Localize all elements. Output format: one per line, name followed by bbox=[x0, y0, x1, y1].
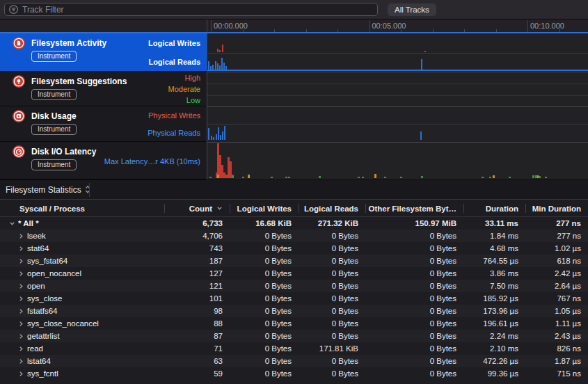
lane-label: Low bbox=[186, 95, 200, 105]
lane-separator bbox=[207, 124, 588, 125]
table-row[interactable]: getattrlist870 Bytes0 Bytes0 Bytes2.24 m… bbox=[0, 330, 588, 342]
syscall-name: sys_close bbox=[27, 294, 63, 303]
ruler-major-tick bbox=[527, 20, 528, 32]
value-cell: 826 ns bbox=[525, 344, 588, 353]
detail-pane-tab-bar[interactable]: Filesystem Statistics bbox=[0, 179, 588, 200]
lane-separator bbox=[207, 72, 588, 72]
value-cell: 0 Bytes bbox=[365, 332, 463, 340]
column-header-min-duration[interactable]: Min Duration bbox=[525, 200, 588, 216]
value-cell: 171.81 KiB bbox=[299, 344, 365, 353]
disclosure-chevron-icon[interactable] bbox=[18, 346, 24, 352]
disclosure-chevron-icon[interactable] bbox=[18, 371, 24, 377]
column-header-syscall-process[interactable]: Syscall / Process bbox=[0, 200, 164, 216]
track-row-filesystem-activity[interactable]: Filesystem ActivityInstrumentLogical Wri… bbox=[0, 33, 207, 72]
syscall-name: open_nocancel bbox=[27, 269, 81, 278]
chart-bar-physical-reads bbox=[211, 136, 212, 140]
track-filter-input[interactable] bbox=[18, 5, 377, 15]
disclosure-chevron-icon[interactable] bbox=[18, 233, 24, 239]
chart-bar-io-latency-low bbox=[545, 177, 547, 178]
chart-bar-io-latency-low bbox=[209, 177, 212, 178]
value-cell: 0 Bytes bbox=[365, 257, 463, 265]
syscall-cell: open bbox=[0, 282, 164, 290]
track-title: Disk Usage bbox=[31, 111, 77, 121]
table-row[interactable]: lseek4,7060 Bytes0 Bytes0 Bytes1.84 ms27… bbox=[0, 230, 588, 242]
track-row-disk-usage[interactable]: Disk UsageInstrumentPhysical WritesPhysi… bbox=[0, 106, 207, 142]
timeline-graph-area[interactable] bbox=[207, 33, 588, 179]
table-row[interactable]: lstat64630 Bytes0 Bytes0 Bytes472.26 µs1… bbox=[0, 355, 588, 367]
chart-bar-logical-reads bbox=[215, 61, 216, 70]
value-cell: 0 Bytes bbox=[230, 232, 299, 240]
timeline-ruler[interactable]: 00:00.00000:05.00000:10.000 bbox=[0, 19, 588, 33]
track-title: Filesystem Suggestions bbox=[31, 77, 127, 86]
column-header-duration[interactable]: Duration bbox=[463, 200, 525, 216]
value-cell: 0 Bytes bbox=[299, 269, 365, 278]
value-cell: 0 Bytes bbox=[365, 282, 463, 290]
column-header-label: Count bbox=[189, 205, 212, 213]
value-cell: 0 Bytes bbox=[365, 344, 463, 353]
syscall-name: lseek bbox=[27, 232, 46, 240]
value-cell: 277 ns bbox=[525, 219, 588, 227]
value-cell: 0 Bytes bbox=[299, 232, 365, 240]
table-row[interactable]: sys_close_nocancel880 Bytes0 Bytes0 Byte… bbox=[0, 317, 588, 330]
track-row-filesystem-suggestions[interactable]: Filesystem SuggestionsInstrumentHighMode… bbox=[0, 72, 207, 106]
disclosure-chevron-icon[interactable] bbox=[18, 321, 24, 327]
value-cell: 0 Bytes bbox=[365, 232, 463, 240]
instrument-badge: Instrument bbox=[31, 159, 77, 170]
value-cell: 1.84 ms bbox=[463, 232, 525, 240]
column-header-other-filesystem-byt-[interactable]: Other Filesystem Byt… bbox=[365, 200, 463, 216]
value-cell: 0 Bytes bbox=[299, 369, 365, 378]
table-row[interactable]: fstatfs64980 Bytes0 Bytes0 Bytes173.96 µ… bbox=[0, 305, 588, 317]
value-cell: 16.68 KiB bbox=[230, 219, 299, 227]
disclosure-chevron-icon[interactable] bbox=[18, 308, 24, 314]
chart-bar-io-latency-low bbox=[421, 176, 423, 178]
track-filter-field[interactable] bbox=[4, 3, 378, 16]
value-cell: 0 Bytes bbox=[299, 332, 365, 340]
table-row[interactable]: sys_close1010 Bytes0 Bytes0 Bytes185.92 … bbox=[0, 292, 588, 305]
syscall-name: stat64 bbox=[27, 244, 49, 253]
table-row[interactable]: read710 Bytes171.81 KiB0 Bytes2.10 ms826… bbox=[0, 342, 588, 355]
syscall-cell: getattrlist bbox=[0, 332, 164, 340]
value-cell: 0 Bytes bbox=[230, 369, 299, 378]
value-cell: 2.64 µs bbox=[525, 282, 588, 290]
syscall-name: sys_close_nocancel bbox=[27, 319, 99, 328]
track-row-disk-i-o-latency[interactable]: Disk I/O LatencyInstrumentMax Latency…r … bbox=[0, 142, 207, 179]
table-row[interactable]: open1210 Bytes0 Bytes0 Bytes7.50 ms2.64 … bbox=[0, 280, 588, 292]
table-row[interactable]: sys_fstat641870 Bytes0 Bytes0 Bytes764.5… bbox=[0, 255, 588, 267]
chart-bar-io-latency-moderate bbox=[374, 174, 376, 178]
value-cell: 33.11 ms bbox=[463, 219, 525, 227]
disk-icon bbox=[13, 110, 25, 122]
track-title: Filesystem Activity bbox=[31, 38, 106, 48]
disclosure-chevron-icon[interactable] bbox=[18, 246, 24, 252]
instruments-window: All Tracks 00:00.00000:05.00000:10.000 F… bbox=[0, 0, 588, 384]
value-cell: 87 bbox=[164, 332, 230, 340]
table-row[interactable]: sys_fcntl590 Bytes0 Bytes0 Bytes99.36 µs… bbox=[0, 367, 588, 380]
syscall-cell: sys_fcntl bbox=[0, 369, 164, 378]
disclosure-chevron-icon[interactable] bbox=[18, 271, 24, 277]
disclosure-chevron-icon[interactable] bbox=[18, 296, 24, 302]
lane-label: Logical Writes bbox=[148, 38, 200, 48]
disclosure-chevron-icon[interactable] bbox=[18, 358, 24, 365]
table-row[interactable]: open_nocancel1270 Bytes0 Bytes0 Bytes3.8… bbox=[0, 267, 588, 280]
value-cell: 0 Bytes bbox=[365, 319, 463, 328]
syscall-name: open bbox=[27, 282, 45, 290]
column-header-logical-reads[interactable]: Logical Reads bbox=[299, 200, 365, 216]
table-row[interactable]: stat647430 Bytes0 Bytes0 Bytes4.68 ms1.0… bbox=[0, 242, 588, 255]
disclosure-chevron-icon[interactable] bbox=[18, 333, 24, 339]
syscall-cell: sys_close bbox=[0, 294, 164, 303]
disclosure-chevron-icon[interactable] bbox=[9, 221, 15, 227]
column-header-count[interactable]: Count bbox=[164, 200, 230, 216]
value-cell: 0 Bytes bbox=[299, 307, 365, 315]
chart-bar-physical-reads bbox=[218, 127, 219, 140]
chart-bar-io-latency-low bbox=[384, 177, 386, 178]
syscall-name: lstat64 bbox=[27, 357, 51, 365]
chart-bar-io-latency-low bbox=[400, 177, 402, 178]
column-header-logical-writes[interactable]: Logical Writes bbox=[230, 200, 299, 216]
disclosure-chevron-icon[interactable] bbox=[18, 283, 24, 289]
all-tracks-button[interactable]: All Tracks bbox=[388, 3, 436, 16]
value-cell: 121 bbox=[164, 282, 230, 290]
table-row[interactable]: * All *6,73316.68 KiB271.32 KiB150.97 Mi… bbox=[0, 217, 588, 230]
lane-separator bbox=[207, 142, 588, 143]
chart-bar-logical-writes bbox=[219, 50, 221, 52]
disclosure-chevron-icon[interactable] bbox=[18, 258, 24, 264]
value-cell: 0 Bytes bbox=[299, 319, 365, 328]
